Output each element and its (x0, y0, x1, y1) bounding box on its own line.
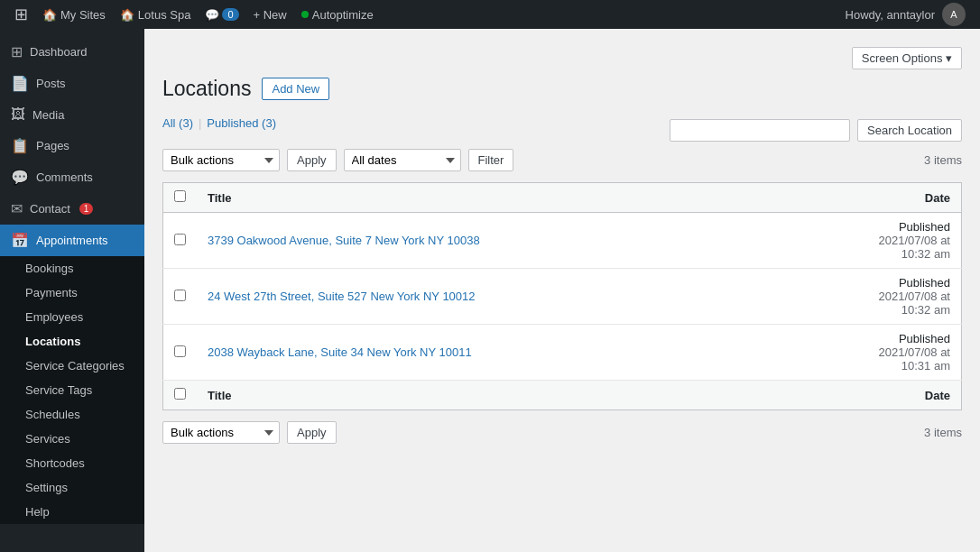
time-value: 10:31 am (901, 359, 950, 373)
adminbar-right: Howdy, anntaylor A (838, 0, 973, 29)
main-layout: ⊞ Dashboard 📄 Posts 🖼 Media 📋 Pages 💬 Co… (0, 29, 980, 552)
date-value: 2021/07/08 at (878, 290, 950, 303)
table-row: 2038 Wayback Lane, Suite 34 New York NY … (163, 325, 962, 381)
appointments-submenu: Bookings Payments Employees Locations Se… (0, 256, 144, 524)
my-sites-menu[interactable]: 🏠 My Sites (35, 0, 113, 29)
row-date-cell: Published 2021/07/08 at 10:32 am (818, 213, 962, 269)
bottom-apply-button[interactable]: Apply (287, 421, 337, 444)
row-checkbox[interactable] (174, 290, 186, 301)
location-link[interactable]: 2038 Wayback Lane, Suite 34 New York NY … (208, 345, 472, 359)
submenu-item-shortcodes[interactable]: Shortcodes (0, 451, 144, 475)
new-content-link[interactable]: + New (246, 0, 294, 29)
published-view-link[interactable]: Published (3) (207, 116, 276, 130)
bottom-bulk-actions-select[interactable]: Bulk actions Move to Trash (162, 421, 280, 444)
page-title: Locations (162, 77, 251, 101)
sidebar-item-label: Pages (36, 139, 69, 152)
main-content: Screen Options ▾ Locations Add New All (… (144, 29, 980, 552)
locations-table: Title Date 3739 Oakwood Avenue, Suite 7 … (162, 182, 962, 410)
howdy-label: Howdy, anntaylor (846, 8, 935, 22)
submenu-item-service-categories[interactable]: Service Categories (0, 354, 144, 378)
comments-icon: 💬 (11, 169, 29, 186)
sidebar-item-dashboard[interactable]: ⊞ Dashboard (0, 36, 144, 68)
comments-count: 0 (222, 8, 238, 21)
search-location-button[interactable]: Search Location (857, 119, 962, 142)
published-label: Published (207, 116, 258, 130)
appointments-icon: 📅 (11, 232, 29, 249)
submenu-item-employees[interactable]: Employees (0, 305, 144, 329)
pages-icon: 📋 (11, 137, 29, 154)
media-icon: 🖼 (11, 106, 25, 123)
all-label: All (162, 116, 175, 130)
search-input[interactable] (670, 119, 850, 142)
location-link[interactable]: 24 West 27th Street, Suite 527 New York … (208, 290, 476, 303)
date-info: Published 2021/07/08 at 10:32 am (828, 276, 951, 317)
row-date-cell: Published 2021/07/08 at 10:32 am (818, 269, 962, 325)
sidebar-item-comments[interactable]: 💬 Comments (0, 161, 144, 193)
views-search-row: All (3) | Published (3) Search Location (162, 115, 962, 142)
sidebar-item-pages[interactable]: 📋 Pages (0, 130, 144, 161)
date-value: 2021/07/08 at (878, 345, 950, 359)
submenu-item-services[interactable]: Services (0, 427, 144, 451)
submenu-item-schedules[interactable]: Schedules (0, 402, 144, 427)
site-name-link[interactable]: 🏠 Lotus Spa (113, 0, 199, 29)
date-value: 2021/07/08 at (878, 234, 950, 247)
admin-bar: ⊞ 🏠 My Sites 🏠 Lotus Spa 💬 0 + New Autop… (0, 0, 980, 29)
apply-button[interactable]: Apply (287, 149, 337, 171)
date-info: Published 2021/07/08 at 10:31 am (828, 332, 951, 373)
check-all-footer-checkbox[interactable] (174, 388, 186, 400)
bulk-actions-select[interactable]: Bulk actions Move to Trash (162, 149, 280, 171)
row-checkbox-cell (163, 269, 198, 325)
published-count: (3) (262, 116, 276, 130)
views-row: All (3) | Published (3) (162, 116, 276, 130)
time-value: 10:32 am (901, 303, 950, 317)
avatar: A (942, 3, 966, 26)
all-view-link[interactable]: All (3) (162, 116, 193, 130)
row-checkbox-cell (163, 325, 198, 381)
check-all-checkbox[interactable] (174, 190, 186, 202)
screen-options-button[interactable]: Screen Options ▾ (852, 47, 962, 69)
sidebar-item-media[interactable]: 🖼 Media (0, 99, 144, 130)
date-status: Published (899, 220, 950, 234)
submenu-item-bookings[interactable]: Bookings (0, 256, 144, 281)
dashboard-icon: ⊞ (11, 43, 23, 60)
row-checkbox[interactable] (174, 234, 186, 245)
submenu-item-settings[interactable]: Settings (0, 475, 144, 500)
date-status: Published (899, 332, 950, 345)
submenu-item-service-tags[interactable]: Service Tags (0, 378, 144, 402)
date-column-header[interactable]: Date (818, 183, 962, 213)
dates-filter-select[interactable]: All dates (344, 149, 461, 171)
wp-logo-icon[interactable]: ⊞ (7, 0, 35, 29)
date-column-footer[interactable]: Date (818, 381, 962, 410)
autoptimize-link[interactable]: Autoptimize (294, 0, 381, 29)
add-new-button[interactable]: Add New (262, 78, 329, 100)
sidebar-item-label: Dashboard (30, 45, 88, 59)
submenu-item-locations[interactable]: Locations (0, 329, 144, 354)
sidebar-item-posts[interactable]: 📄 Posts (0, 68, 144, 99)
row-checkbox[interactable] (174, 345, 186, 357)
filter-button[interactable]: Filter (468, 149, 514, 171)
sidebar-item-appointments[interactable]: 📅 Appointments (0, 225, 144, 256)
filter-row: Bulk actions Move to Trash Apply All dat… (162, 149, 962, 171)
items-count: 3 items (924, 153, 962, 167)
location-link[interactable]: 3739 Oakwood Avenue, Suite 7 New York NY… (208, 234, 480, 247)
site-icon: 🏠 (120, 8, 134, 22)
title-column-footer[interactable]: Title (197, 381, 818, 410)
table-foot: Title Date (163, 381, 962, 410)
contact-icon: ✉ (11, 200, 23, 217)
page-header: Locations Add New (162, 77, 962, 101)
comments-link[interactable]: 💬 0 (198, 0, 245, 29)
time-value: 10:32 am (901, 247, 950, 261)
table-row: 24 West 27th Street, Suite 527 New York … (163, 269, 962, 325)
my-sites-label: My Sites (60, 8, 106, 22)
row-date-cell: Published 2021/07/08 at 10:31 am (818, 325, 962, 381)
bottom-items-count: 3 items (924, 426, 962, 439)
row-checkbox-cell (163, 213, 198, 269)
sidebar-item-contact[interactable]: ✉ Contact 1 (0, 193, 144, 225)
submenu-item-help[interactable]: Help (0, 500, 144, 524)
row-title-cell: 3739 Oakwood Avenue, Suite 7 New York NY… (197, 213, 818, 269)
table-foot-row: Title Date (163, 381, 962, 410)
title-column-header[interactable]: Title (197, 183, 818, 213)
select-all-header (163, 183, 198, 213)
howdy-link[interactable]: Howdy, anntaylor A (838, 0, 973, 29)
submenu-item-payments[interactable]: Payments (0, 281, 144, 305)
